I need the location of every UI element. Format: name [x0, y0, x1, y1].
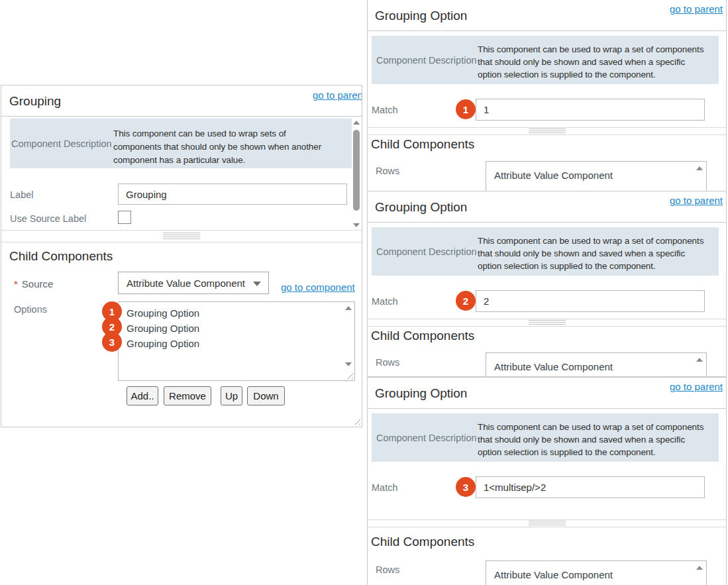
list-item[interactable]: Grouping Option — [119, 336, 354, 351]
page-title: Grouping Option — [375, 386, 467, 401]
source-select-value: Attribute Value Component — [127, 278, 245, 289]
description-line: This component can be used to wrap a set… — [478, 235, 703, 247]
component-description-label: Component Description — [372, 413, 478, 462]
child-components-heading: Child Components — [371, 535, 474, 549]
scroll-down-icon[interactable] — [353, 223, 360, 227]
description-line: that should only be shown and saved when… — [478, 247, 703, 260]
match-field-label: Match — [372, 105, 398, 115]
list-item[interactable]: Attribute Value Component — [486, 561, 706, 580]
rows-field-label: Rows — [376, 166, 399, 176]
page-title: Grouping — [9, 94, 61, 109]
list-item[interactable]: Grouping Option — [119, 305, 354, 321]
splitter-line — [1, 230, 362, 231]
component-description-text: This component can be used to wrap a set… — [478, 227, 703, 276]
scroll-down-icon[interactable] — [345, 362, 352, 366]
use-source-label-label: Use Source Label — [10, 213, 86, 224]
screenshot-canvas: go to parent Grouping Component Descript… — [0, 0, 728, 585]
splitter-line — [368, 326, 726, 327]
resize-grip-icon[interactable] — [345, 371, 353, 379]
description-line: This component can be used to wrap sets … — [113, 127, 321, 140]
source-select[interactable]: Attribute Value Component — [118, 272, 269, 294]
splitter-grip[interactable] — [163, 233, 200, 239]
go-to-parent-link[interactable]: go to parent — [670, 195, 723, 206]
child-components-heading: Child Components — [9, 249, 113, 264]
grouping-option-panel-3: go to parent Grouping Option Component D… — [367, 377, 727, 585]
down-button[interactable]: Down — [247, 386, 285, 405]
annotation-badge-2: 2 — [456, 291, 476, 311]
splitter-line — [368, 134, 726, 135]
options-field-label: Options — [14, 304, 47, 315]
match-input[interactable] — [476, 99, 705, 121]
go-to-parent-link[interactable]: go to parent — [313, 89, 362, 101]
annotation-badge-1: 1 — [102, 301, 122, 321]
scroll-up-icon[interactable] — [345, 306, 352, 310]
scroll-up-icon[interactable] — [696, 358, 703, 362]
splitter-line — [368, 127, 726, 128]
grouping-option-panel-2: go to parent Grouping Option Component D… — [367, 191, 727, 377]
grouping-option-panel-1: go to parent Grouping Option Component D… — [367, 0, 727, 191]
component-description-label: Component Description — [372, 227, 478, 276]
annotation-badge-3: 3 — [456, 477, 476, 497]
description-line: that should only be shown and saved when… — [478, 433, 703, 446]
title-divider — [368, 30, 726, 31]
list-item[interactable]: Attribute Value Component — [486, 162, 706, 181]
required-marker: * — [14, 278, 18, 290]
title-divider — [368, 408, 726, 409]
description-line: that should only be shown and saved when… — [478, 56, 703, 68]
add-button[interactable]: Add.. — [127, 386, 158, 405]
component-description-block: Component Description This component can… — [372, 36, 719, 84]
child-components-heading: Child Components — [371, 329, 474, 343]
description-line: components that should only be shown whe… — [113, 140, 321, 154]
scroll-up-icon[interactable] — [696, 566, 703, 570]
up-button[interactable]: Up — [221, 386, 242, 405]
component-description-block: Component Description This component can… — [372, 413, 719, 462]
description-line: This component can be used to wrap a set… — [478, 43, 703, 56]
label-input[interactable] — [118, 184, 347, 205]
remove-button[interactable]: Remove — [164, 386, 211, 405]
rows-listbox[interactable]: Attribute Value Component — [486, 161, 707, 191]
scroll-up-icon[interactable] — [353, 121, 360, 125]
title-divider — [1, 116, 362, 117]
grouping-panel: go to parent Grouping Component Descript… — [1, 85, 362, 427]
go-to-parent-link[interactable]: go to parent — [670, 381, 723, 392]
list-item[interactable]: Grouping Option — [119, 321, 354, 336]
use-source-label-checkbox[interactable] — [118, 211, 131, 224]
options-listbox[interactable]: Grouping Option Grouping Option Grouping… — [118, 301, 355, 381]
component-description-block: Component Description This component can… — [372, 227, 719, 276]
component-description-text: This component can be used to wrap sets … — [113, 119, 321, 168]
splitter-line — [368, 527, 726, 527]
component-description-label: Component Description — [10, 119, 113, 168]
rows-field-label: Rows — [376, 357, 399, 368]
rows-listbox[interactable]: Attribute Value Component — [486, 352, 707, 377]
component-description-text: This component can be used to wrap a set… — [478, 36, 703, 84]
scroll-up-icon[interactable] — [696, 166, 703, 170]
list-item[interactable]: Attribute Value Component — [486, 353, 706, 372]
page-title: Grouping Option — [375, 9, 467, 23]
vertical-scrollbar[interactable] — [351, 119, 362, 229]
component-description-block: Component Description This component can… — [10, 119, 352, 168]
label-field-label: Label — [10, 189, 33, 200]
component-description-text: This component can be used to wrap a set… — [478, 413, 703, 462]
title-divider — [368, 222, 726, 223]
description-line: option selection is supplied to the comp… — [478, 68, 703, 81]
annotation-badge-1: 1 — [456, 99, 476, 119]
description-line: option selection is supplied to the comp… — [478, 260, 703, 272]
splitter-line — [1, 242, 362, 242]
splitter-line — [368, 519, 726, 520]
page-title: Grouping Option — [375, 200, 467, 215]
description-line: This component can be used to wrap a set… — [478, 421, 703, 433]
source-field-label: *Source — [14, 278, 53, 290]
scrollbar-thumb[interactable] — [353, 130, 360, 211]
resize-grip-icon[interactable] — [352, 417, 360, 425]
description-line: component has a particular value. — [113, 154, 321, 167]
match-input[interactable] — [476, 476, 705, 498]
go-to-component-link[interactable]: go to component — [281, 282, 355, 293]
rows-listbox[interactable]: Attribute Value Component — [486, 560, 707, 585]
description-line: option selection is supplied to the comp… — [478, 446, 703, 458]
component-description-label: Component Description — [372, 36, 478, 84]
child-components-heading: Child Components — [371, 137, 474, 152]
go-to-parent-link[interactable]: go to parent — [670, 3, 723, 15]
match-input[interactable] — [476, 290, 705, 312]
match-field-label: Match — [372, 296, 398, 307]
match-field-label: Match — [372, 482, 398, 493]
